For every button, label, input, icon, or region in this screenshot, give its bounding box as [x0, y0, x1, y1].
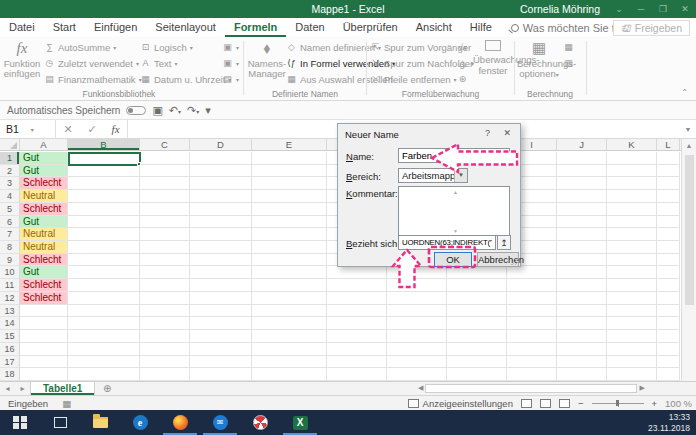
cell-c5[interactable] — [140, 203, 190, 216]
cell-k5[interactable] — [607, 203, 657, 216]
cell-l7[interactable] — [657, 228, 680, 241]
cell-e8[interactable] — [252, 241, 327, 254]
cell-f18[interactable] — [327, 368, 387, 381]
cell-l14[interactable] — [657, 317, 680, 330]
cell-b6[interactable] — [68, 216, 140, 229]
ueberwachungsfenster-button[interactable]: Überwachungs-fenster — [473, 39, 513, 76]
cell-l1[interactable] — [657, 152, 680, 165]
cell-g17[interactable] — [387, 356, 447, 369]
insert-function-icon[interactable]: fx — [112, 123, 120, 135]
prev-sheet-icon[interactable]: ◂ — [5, 384, 9, 393]
cell-i12[interactable] — [507, 292, 557, 305]
cell-c7[interactable] — [140, 228, 190, 241]
column-header-k[interactable]: K — [607, 139, 657, 150]
hscroll-thumb[interactable] — [425, 384, 637, 393]
cell-h13[interactable] — [447, 305, 507, 318]
cell-e4[interactable] — [252, 190, 327, 203]
cell-j9[interactable] — [557, 254, 607, 267]
column-header-c[interactable]: C — [140, 139, 190, 150]
cell-h12[interactable] — [447, 292, 507, 305]
cell-a15[interactable] — [20, 330, 68, 343]
cell-d12[interactable] — [190, 292, 252, 305]
cell-f14[interactable] — [327, 317, 387, 330]
cell-l2[interactable] — [657, 165, 680, 178]
cell-c3[interactable] — [140, 177, 190, 190]
cell-j2[interactable] — [557, 165, 607, 178]
cell-e12[interactable] — [252, 292, 327, 305]
cell-c6[interactable] — [140, 216, 190, 229]
cell-i15[interactable] — [507, 330, 557, 343]
cell-d10[interactable] — [190, 266, 252, 279]
tab-seitenlayout[interactable]: Seitenlayout — [146, 18, 225, 37]
cell-k6[interactable] — [607, 216, 657, 229]
cell-a7[interactable]: Neutral — [20, 228, 68, 241]
nachschlagen-button[interactable]: ▣▾ — [222, 40, 239, 54]
cell-b15[interactable] — [68, 330, 140, 343]
cell-k16[interactable] — [607, 343, 657, 356]
cell-j11[interactable] — [557, 279, 607, 292]
customize-qat-icon[interactable]: ▾ — [205, 104, 211, 117]
cell-d18[interactable] — [190, 368, 252, 381]
cell-g11[interactable] — [387, 279, 447, 292]
cell-h11[interactable] — [447, 279, 507, 292]
row-header-5[interactable]: 5 — [0, 203, 20, 216]
cell-e1[interactable] — [252, 152, 327, 165]
taskbar-firefox-button[interactable] — [160, 410, 200, 435]
cell-f11[interactable] — [327, 279, 387, 292]
cell-k10[interactable] — [607, 266, 657, 279]
logisch-button[interactable]: ⊡Logisch▾ — [140, 40, 231, 54]
cell-j3[interactable] — [557, 177, 607, 190]
cell-b3[interactable] — [68, 177, 140, 190]
cell-j12[interactable] — [557, 292, 607, 305]
formelauswertung-button[interactable]: ⊛ — [457, 72, 474, 86]
cancel-entry-icon[interactable]: ✕ — [63, 123, 72, 136]
cell-d7[interactable] — [190, 228, 252, 241]
page-layout-view-icon[interactable] — [540, 399, 551, 408]
cell-g13[interactable] — [387, 305, 447, 318]
horizontal-scrollbar[interactable]: ◀ ▶ — [418, 382, 684, 394]
mehr-funktionen-button[interactable]: ▤▾ — [222, 72, 239, 86]
cell-a9[interactable]: Schlecht — [20, 254, 68, 267]
cell-d8[interactable] — [190, 241, 252, 254]
row-header-13[interactable]: 13 — [0, 305, 20, 318]
tab-daten[interactable]: Daten — [286, 18, 333, 37]
cell-c10[interactable] — [140, 266, 190, 279]
cell-k13[interactable] — [607, 305, 657, 318]
insert-function-button[interactable]: fx Funktion einfügen — [1, 39, 43, 79]
column-header-a[interactable]: A — [20, 139, 68, 150]
confirm-entry-icon[interactable]: ✓ — [88, 123, 97, 136]
normal-view-icon[interactable] — [521, 399, 532, 408]
cell-a14[interactable] — [20, 317, 68, 330]
cell-d1[interactable] — [190, 152, 252, 165]
cell-b10[interactable] — [68, 266, 140, 279]
cell-k17[interactable] — [607, 356, 657, 369]
cell-e17[interactable] — [252, 356, 327, 369]
cell-c14[interactable] — [140, 317, 190, 330]
cell-l6[interactable] — [657, 216, 680, 229]
clock[interactable]: 13:33 23.11.2018 — [648, 412, 690, 433]
cell-b17[interactable] — [68, 356, 140, 369]
cell-j15[interactable] — [557, 330, 607, 343]
cell-g16[interactable] — [387, 343, 447, 356]
dialog-close-icon[interactable]: ✕ — [503, 128, 511, 138]
cell-e5[interactable] — [252, 203, 327, 216]
autosumme-button[interactable]: ∑AutoSumme▾ — [44, 40, 142, 54]
cell-c9[interactable] — [140, 254, 190, 267]
cell-g15[interactable] — [387, 330, 447, 343]
cell-k11[interactable] — [607, 279, 657, 292]
cell-f15[interactable] — [327, 330, 387, 343]
cell-e6[interactable] — [252, 216, 327, 229]
cell-c18[interactable] — [140, 368, 190, 381]
refers-to-input[interactable] — [398, 235, 496, 250]
cell-h16[interactable] — [447, 343, 507, 356]
cell-a4[interactable]: Neutral — [20, 190, 68, 203]
zoom-knob[interactable] — [616, 400, 619, 406]
cell-b13[interactable] — [68, 305, 140, 318]
chevron-down-icon[interactable]: ▼ — [454, 169, 467, 182]
zoom-out-icon[interactable]: − — [578, 398, 584, 409]
cell-j17[interactable] — [557, 356, 607, 369]
cell-j14[interactable] — [557, 317, 607, 330]
close-icon[interactable]: ✕ — [674, 0, 696, 18]
scroll-left-icon[interactable]: ◀ — [418, 384, 423, 392]
cell-a16[interactable] — [20, 343, 68, 356]
